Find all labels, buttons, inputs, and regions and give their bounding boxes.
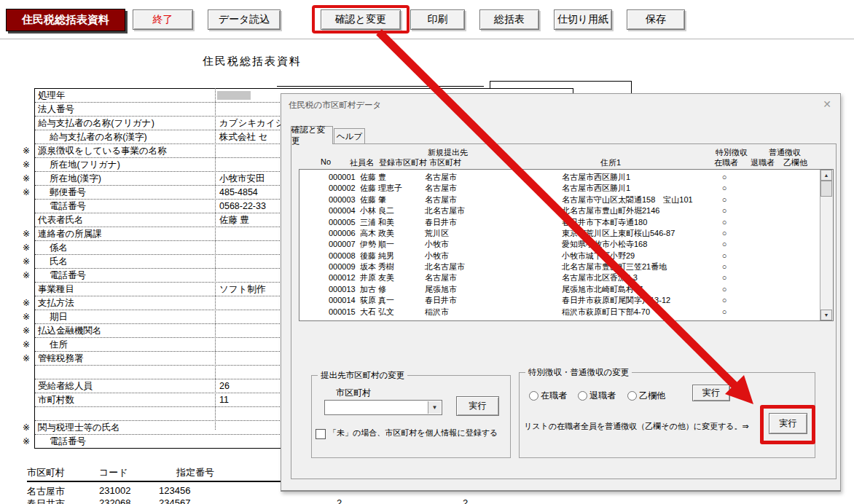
employee-row[interactable]: 000004 小林 良二 北名古屋市 北名古屋市豊山町外堀2146 ○ bbox=[299, 205, 820, 216]
form-row-value: 26 bbox=[219, 379, 230, 393]
employee-row[interactable]: 000003 佐藤 肇 名古屋市 名古屋市守山区太閤通158 宝山101 ○ bbox=[299, 194, 820, 205]
employee-no: 000012 bbox=[329, 272, 356, 283]
list-scrollbar[interactable]: ▲ ▼ bbox=[820, 170, 833, 320]
dest-muni-exec-button[interactable]: 実行 bbox=[456, 396, 499, 416]
employee-address: 名古屋市西区勝川1 bbox=[562, 183, 630, 194]
form-row-value: 小牧市安田 bbox=[219, 172, 265, 185]
scroll-up-icon[interactable]: ▲ bbox=[820, 170, 832, 181]
col-header-name: 社員名 bbox=[350, 157, 374, 168]
employee-row[interactable]: 000007 伊勢 順一 小牧市 愛知県小牧市小松寺168 ○ bbox=[299, 239, 820, 250]
bottom-cell: 2 bbox=[463, 497, 468, 504]
employee-row[interactable]: 000005 三浦 和美 春日井市 春日井市下本町寺通180 ○ bbox=[299, 217, 820, 228]
scroll-down-icon[interactable]: ▼ bbox=[820, 310, 832, 320]
employee-name: 三浦 和美 bbox=[360, 217, 394, 228]
scrollbar-thumb[interactable] bbox=[820, 181, 832, 197]
form-row-label: 事業種目 bbox=[35, 283, 74, 296]
form-row-label: 法人番号 bbox=[35, 103, 74, 116]
summary-table-button[interactable]: 総括表 bbox=[479, 9, 539, 30]
form-row-label: 電話番号 bbox=[35, 200, 86, 213]
print-button[interactable]: 印刷 bbox=[410, 9, 465, 30]
radio-retired[interactable] bbox=[578, 391, 587, 401]
employee-address: 稲沢市萩原町日下部4-70 bbox=[562, 307, 650, 318]
tab-help[interactable]: ヘルプ bbox=[334, 128, 365, 144]
form-row-label: 管轄税務署 bbox=[35, 352, 84, 365]
employee-row[interactable]: 000009 坂本 秀樹 北名古屋市 北名古屋市豊山町三笠21番地 ○ bbox=[299, 261, 820, 272]
toolbar-separator bbox=[0, 39, 854, 39]
collection-exec-button[interactable]: 実行 bbox=[692, 385, 730, 401]
employee-muni: 稲沢市 bbox=[425, 307, 449, 318]
radio-other-label: 乙欄他 bbox=[639, 390, 665, 402]
radio-active[interactable] bbox=[529, 391, 538, 401]
employee-muni: 北名古屋市 bbox=[425, 205, 465, 216]
confirm-change-button[interactable]: 確認と変更 bbox=[321, 9, 401, 30]
form-row-label: 所在地(漢字) bbox=[35, 172, 101, 185]
col-header-other: 乙欄他 bbox=[783, 157, 807, 168]
form-row-label: 代表者氏名 bbox=[35, 213, 84, 227]
form-row-label: 払込金融機関名 bbox=[35, 324, 102, 337]
employee-row[interactable]: 000015 大石 弘文 稲沢市 稲沢市萩原町日下部4-70 ○ bbox=[299, 307, 820, 318]
form-row-label: 期日 bbox=[35, 310, 68, 323]
exit-button[interactable]: 終了 bbox=[133, 9, 193, 30]
employee-row[interactable]: 000001 佐藤 豊 名古屋市 名古屋市西区勝川1 ○ bbox=[299, 172, 820, 183]
combo-arrow-icon[interactable]: ▼ bbox=[428, 401, 441, 414]
employee-no: 000014 bbox=[329, 295, 356, 306]
col-header-registered-muni: 登録市区町村 bbox=[379, 157, 427, 168]
required-mark: ※ bbox=[23, 435, 34, 448]
required-mark: ※ bbox=[23, 338, 34, 351]
form-row-value: 佐藤 豊 bbox=[219, 213, 249, 227]
divider-paper-button[interactable]: 仕切り用紙 bbox=[554, 9, 612, 30]
employee-address: 名古屋市西区勝川1 bbox=[562, 172, 630, 183]
radio-retired-label: 退職者 bbox=[589, 390, 616, 402]
employee-muni: 尾張旭市 bbox=[425, 284, 457, 295]
employee-active-mark: ○ bbox=[715, 183, 734, 194]
employee-row[interactable]: 000013 加古 修 尾張旭市 尾張旭市北崎町島村77 ○ bbox=[299, 284, 820, 295]
employee-name: 後藤 純男 bbox=[360, 251, 394, 261]
form-row-value: 11 bbox=[219, 393, 229, 406]
employee-address: 北名古屋市豊山町三笠21番地 bbox=[562, 261, 667, 272]
employee-active-mark: ○ bbox=[715, 194, 734, 205]
bottom-cell: 232068 bbox=[99, 497, 130, 504]
employee-no: 000015 bbox=[329, 307, 356, 318]
employee-row[interactable]: 000012 井原 友美 名古屋市 名古屋市北区香流2-3 ○ bbox=[299, 272, 820, 283]
form-row-label: 受給者総人員 bbox=[35, 379, 93, 393]
employee-list: 000001 佐藤 豊 名古屋市 名古屋市西区勝川1 ○ 000002 佐藤 理… bbox=[299, 169, 834, 321]
employee-row[interactable]: 000014 荻原 真一 春日井市 春日井市萩原町尾関字川13-12 ○ bbox=[299, 295, 820, 306]
radio-other[interactable] bbox=[627, 391, 637, 401]
register-checkbox-label: 「未」の場合、市区町村を個人情報に登録する bbox=[329, 428, 498, 438]
employee-active-mark: ○ bbox=[715, 217, 734, 228]
employee-name: 坂本 秀樹 bbox=[360, 261, 394, 272]
tab-confirm-change[interactable]: 確認と変更 bbox=[291, 126, 333, 144]
employee-row[interactable]: 000002 佐藤 理恵子 名古屋市 名古屋市西区勝川1 ○ bbox=[299, 183, 820, 194]
employee-active-mark: ○ bbox=[715, 172, 734, 183]
register-checkbox[interactable] bbox=[316, 429, 326, 439]
employee-no: 000006 bbox=[329, 228, 356, 239]
close-icon[interactable]: ✕ bbox=[823, 98, 831, 110]
required-mark: ※ bbox=[23, 310, 34, 323]
employee-name: 佐藤 豊 bbox=[360, 172, 386, 183]
employee-active-mark: ○ bbox=[715, 307, 734, 318]
bulk-change-exec-button[interactable]: 実行 bbox=[769, 413, 807, 434]
collection-change-group: 特別徴収・普通徴収の変更 在職者 退職者 乙欄他 実行 リストの在職者全員を普通… bbox=[519, 372, 815, 458]
employee-address: 春日井市下本町寺通180 bbox=[562, 217, 647, 228]
group-title: 特別徴収・普通徴収の変更 bbox=[525, 367, 632, 378]
employee-rows: 000001 佐藤 豊 名古屋市 名古屋市西区勝川1 ○ 000002 佐藤 理… bbox=[299, 172, 820, 320]
required-mark: ※ bbox=[23, 421, 34, 434]
form-row-value: 485-4854 bbox=[219, 186, 258, 199]
data-load-button[interactable]: データ読込 bbox=[208, 9, 281, 30]
required-mark: ※ bbox=[23, 241, 34, 254]
bottom-cell: 2 bbox=[337, 497, 342, 504]
employee-name: 大石 弘文 bbox=[360, 307, 394, 318]
bottom-header-muni: 市区町村 bbox=[27, 466, 65, 479]
employee-muni: 名古屋市 bbox=[425, 272, 457, 283]
muni-combobox[interactable]: ▼ bbox=[324, 400, 442, 415]
form-row-label: 郵便番号 bbox=[35, 186, 86, 199]
required-mark: ※ bbox=[23, 352, 34, 365]
redacted-value-box bbox=[217, 91, 251, 100]
municipality-data-dialog: 住民税の市区町村データ ✕ 確認と変更 ヘルプ 新規提出先 特別徴収 普通徴収 … bbox=[281, 93, 841, 492]
required-mark: ※ bbox=[23, 172, 34, 185]
employee-active-mark: ○ bbox=[715, 272, 734, 283]
employee-row[interactable]: 000006 高木 政美 荒川区 東京都荒川区上東町桜山546-87 ○ bbox=[299, 228, 820, 239]
save-button[interactable]: 保存 bbox=[627, 9, 685, 30]
employee-name: 荻原 真一 bbox=[360, 295, 394, 306]
employee-row[interactable]: 000008 後藤 純男 小牧市 小牧市城下町小野29 ○ bbox=[299, 251, 820, 261]
